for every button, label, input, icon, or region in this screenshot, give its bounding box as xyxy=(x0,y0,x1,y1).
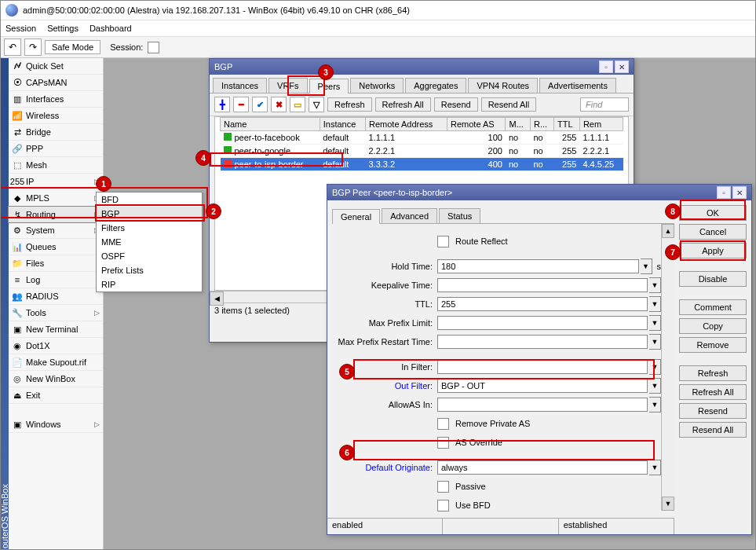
refresh-all-button[interactable]: Refresh All xyxy=(375,97,431,112)
submenu-ospf[interactable]: OSPF xyxy=(97,249,202,263)
resend-all-button[interactable]: Resend All xyxy=(481,97,537,112)
use-bfd-checkbox[interactable] xyxy=(437,500,449,512)
peer-restore-icon[interactable]: ▫ xyxy=(717,186,731,199)
menu-settings[interactable]: Settings xyxy=(47,24,79,33)
sidebar-item-ip[interactable]: 255IP▷ xyxy=(9,174,103,190)
filter-icon[interactable]: ▽ xyxy=(309,97,324,112)
comment-icon[interactable]: ▭ xyxy=(290,97,305,112)
menu-session[interactable]: Session xyxy=(5,24,36,33)
submenu-filters[interactable]: Filters xyxy=(97,221,202,235)
sidebar-item-quick-set[interactable]: 🗲Quick Set xyxy=(9,58,103,75)
scroll-down-icon[interactable]: ▼ xyxy=(662,497,674,511)
sidebar-item-bridge[interactable]: ⇄Bridge xyxy=(9,124,103,141)
submenu-rip[interactable]: RIP xyxy=(97,277,202,292)
sidebar-item-tools[interactable]: 🔧Tools▷ xyxy=(9,305,103,321)
max-prefix-dd[interactable]: ▼ xyxy=(649,315,661,331)
peer-window-header[interactable]: BGP Peer <peer-to-isp-border> ▫ ✕ xyxy=(327,185,751,200)
max-prefix-restart-dd[interactable]: ▼ xyxy=(649,334,661,350)
col-header[interactable]: Name xyxy=(221,118,320,131)
max-prefix-input[interactable] xyxy=(437,316,648,330)
keepalive-dd[interactable]: ▼ xyxy=(649,277,661,293)
resend-button[interactable]: Resend xyxy=(434,97,478,112)
safe-mode-button[interactable]: Safe Mode xyxy=(45,40,100,54)
submenu-prefix-lists[interactable]: Prefix Lists xyxy=(97,263,202,277)
tab-advertisements[interactable]: Advertisements xyxy=(539,78,616,93)
col-header[interactable]: M... xyxy=(506,118,530,131)
sidebar-item-dot1x[interactable]: ◉Dot1X xyxy=(9,338,103,354)
hold-time-input[interactable] xyxy=(437,259,639,273)
bgp-restore-icon[interactable]: ▫ xyxy=(599,60,613,73)
refresh-button[interactable]: Refresh xyxy=(679,365,747,381)
ok-button[interactable]: OK xyxy=(679,205,747,221)
resend-button[interactable]: Resend xyxy=(679,403,747,419)
peer-tab-general[interactable]: General xyxy=(332,209,380,224)
sidebar-item-log[interactable]: ≡Log xyxy=(9,272,103,288)
cancel-button[interactable]: Cancel xyxy=(679,224,747,240)
in-filter-dd[interactable]: ▼ xyxy=(649,359,661,375)
col-header[interactable]: R... xyxy=(530,118,553,131)
enable-icon[interactable]: ✔ xyxy=(252,97,268,112)
undo-button[interactable]: ↶ xyxy=(4,38,21,56)
sidebar-item-mpls[interactable]: ◆MPLS▷ xyxy=(9,190,103,207)
table-row[interactable]: peer-to-facebookdefault1.1.1.1100nono255… xyxy=(221,131,623,145)
sidebar-item-capsman[interactable]: ⦿CAPsMAN xyxy=(9,75,103,91)
add-icon[interactable]: ╋ xyxy=(214,97,230,112)
col-header[interactable]: Remote Address xyxy=(366,118,447,131)
as-override-checkbox[interactable] xyxy=(437,437,449,449)
tab-instances[interactable]: Instances xyxy=(213,78,267,93)
sidebar-item-files[interactable]: 📁Files xyxy=(9,255,103,272)
submenu-mme[interactable]: MME xyxy=(97,235,202,249)
tab-vrfs[interactable]: VRFs xyxy=(268,78,308,93)
hold-time-dd[interactable]: ▼ xyxy=(641,258,652,274)
keepalive-input[interactable] xyxy=(437,278,648,292)
max-prefix-restart-input[interactable] xyxy=(437,335,648,349)
sidebar-item-interfaces[interactable]: ▥Interfaces xyxy=(9,91,103,108)
ttl-dd[interactable]: ▼ xyxy=(649,296,661,312)
menu-dashboard[interactable]: Dashboard xyxy=(89,24,132,33)
col-header[interactable]: TTL xyxy=(554,118,580,131)
submenu-bfd[interactable]: BFD xyxy=(97,192,202,207)
table-row[interactable]: peer-to-isp-borderdefault3.3.3.2400nono2… xyxy=(221,158,623,171)
passive-checkbox[interactable] xyxy=(437,481,449,493)
table-row[interactable]: peer-to-googledefault2.2.2.1200nono2552.… xyxy=(221,145,623,158)
sidebar-item-make-supout.rif[interactable]: 📄Make Supout.rif xyxy=(9,354,103,371)
ttl-input[interactable] xyxy=(437,297,648,311)
route-reflect-checkbox[interactable] xyxy=(437,236,449,248)
in-filter-input[interactable] xyxy=(437,360,648,374)
session-checkbox[interactable] xyxy=(148,42,159,53)
submenu-bgp[interactable]: BGP xyxy=(97,207,202,221)
default-originate-input[interactable] xyxy=(437,460,648,475)
sidebar-item-routing[interactable]: ↯Routing▷ xyxy=(8,206,104,223)
remove-icon[interactable]: ━ xyxy=(233,97,249,112)
allow-as-dd[interactable]: ▼ xyxy=(649,397,661,412)
sidebar-item-new-terminal[interactable]: ▣New Terminal xyxy=(9,321,103,338)
tab-peers[interactable]: Peers xyxy=(309,79,349,94)
out-filter-input[interactable] xyxy=(437,379,648,393)
col-header[interactable]: Instance xyxy=(320,118,365,131)
sidebar-item-wireless[interactable]: 📶Wireless xyxy=(9,108,103,124)
scroll-up-icon[interactable]: ▲ xyxy=(662,224,674,238)
copy-button[interactable]: Copy xyxy=(679,318,747,334)
default-originate-dd[interactable]: ▼ xyxy=(649,460,661,475)
disable-button[interactable]: Disable xyxy=(679,271,747,287)
sidebar-item-mesh[interactable]: ⬚Mesh xyxy=(9,157,103,174)
comment-button[interactable]: Comment xyxy=(679,299,747,315)
out-filter-dd[interactable]: ▼ xyxy=(649,378,661,394)
sidebar-item-system[interactable]: ⚙System▷ xyxy=(9,222,103,239)
sidebar-item-radius[interactable]: 👥RADIUS xyxy=(9,288,103,305)
bgp-window-header[interactable]: BGP ▫ ✕ xyxy=(210,59,634,75)
remove-button[interactable]: Remove xyxy=(679,337,747,353)
remove-private-as-checkbox[interactable] xyxy=(437,418,449,430)
allow-as-input[interactable] xyxy=(437,398,648,412)
sidebar-item-exit[interactable]: ⏏Exit xyxy=(9,387,103,404)
refresh-all-button[interactable]: Refresh All xyxy=(679,384,747,400)
refresh-button[interactable]: Refresh xyxy=(327,97,372,112)
col-header[interactable]: Remote AS xyxy=(447,118,506,131)
sidebar-item-windows[interactable]: ▣Windows▷ xyxy=(9,416,103,433)
sidebar-item-queues[interactable]: 📊Queues xyxy=(9,239,103,255)
sidebar-item-ppp[interactable]: 🔗PPP xyxy=(9,141,103,157)
col-header[interactable]: Rem xyxy=(579,118,623,131)
find-input[interactable]: Find xyxy=(580,97,629,112)
peer-close-icon[interactable]: ✕ xyxy=(732,186,747,199)
apply-button[interactable]: Apply xyxy=(679,243,747,258)
